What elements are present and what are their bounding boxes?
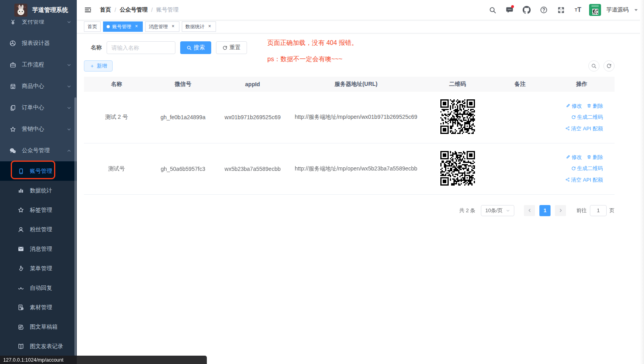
reset-button[interactable]: 重置 [216, 41, 247, 54]
user-name[interactable]: 芋道源码 [606, 6, 628, 14]
fullscreen-icon[interactable] [555, 4, 567, 16]
table-row: 测试号gh_50a6b5957fc3wx5b23ba7a5589ecbbhttp… [84, 143, 615, 194]
close-tab-icon[interactable]: × [207, 24, 212, 29]
user-menu-caret-icon[interactable] [634, 9, 638, 11]
page-1-button[interactable]: 1 [539, 205, 551, 216]
prev-page-button[interactable] [524, 205, 535, 216]
pagination-total: 共 2 条 [459, 207, 475, 214]
submenu-item-2[interactable]: 标签管理 [0, 200, 77, 220]
github-icon[interactable] [521, 4, 533, 16]
star-icon [18, 207, 24, 213]
annotation-text-1: 页面正确加载，没有 404 报错。 [267, 39, 358, 47]
table-header-0: 名称 [84, 77, 149, 92]
user-avatar[interactable] [589, 4, 601, 16]
next-page-button[interactable] [555, 205, 566, 216]
close-tab-icon[interactable]: × [170, 24, 176, 29]
logo[interactable]: 芋道管理系统 [0, 0, 77, 20]
search-button[interactable]: 搜索 [180, 41, 211, 54]
search-icon[interactable] [486, 4, 498, 16]
add-button[interactable]: ＋ 新增 [84, 60, 113, 72]
navbar-actions: TT 芋道源码 [486, 4, 638, 16]
cell-url: http://服务端地址/mp/open/wx5b23ba7a5589ecbb [288, 143, 424, 194]
submenu-item-label: 标签管理 [30, 207, 52, 214]
submenu-item-5[interactable]: 菜单管理 [0, 259, 77, 278]
cell-actions: 修改删除生成二维码清空 API 配额 [549, 92, 615, 143]
page-size-select[interactable]: 10条/页 [481, 205, 514, 216]
sidebar-scrollbar-thumb[interactable] [74, 97, 76, 356]
draft-icon [18, 323, 24, 330]
submenu-item-label: 菜单管理 [30, 265, 52, 272]
table-row: 测试 2 号gh_fe0b1a24899awx01b971b269525c69h… [84, 92, 615, 143]
sidebar-item-label: 报表设计器 [22, 40, 50, 47]
submenu-item-1[interactable]: 数据统计 [0, 181, 77, 200]
chevron-down-icon [67, 127, 71, 132]
clear-api-quota-link[interactable]: 清空 API 配额 [565, 123, 603, 134]
main-content: 名称 搜索 重置 页面正确加载，没有 404 报错。 ps：数据不一定会有噢~~… [77, 33, 644, 364]
sidebar-item-6[interactable]: 公众号管理 [0, 140, 77, 161]
qr-code-image [440, 99, 475, 134]
breadcrumb-item-1[interactable]: 公众号管理 [120, 6, 148, 14]
cell-wechat-id: gh_fe0b1a24899a [149, 92, 217, 143]
delete-link[interactable]: 删除 [587, 101, 603, 111]
table-header-2: appId [217, 77, 288, 92]
clear-api-quota-link[interactable]: 清空 API 配额 [565, 174, 603, 185]
cell-qr-code [424, 143, 491, 194]
sidebar-item-3[interactable]: 商品中心 [0, 76, 77, 97]
toggle-search-icon[interactable] [588, 60, 599, 72]
submenu-item-8[interactable]: 图文草稿箱 [0, 317, 77, 337]
help-icon[interactable] [538, 4, 550, 16]
chevron-down-icon [506, 209, 510, 213]
table-toolbar: ＋ 新增 [84, 60, 615, 72]
cell-app-id: wx01b971b269525c69 [217, 92, 288, 143]
sidebar-item-4[interactable]: 订单中心 [0, 97, 77, 118]
material-icon [18, 304, 24, 311]
tab-label: 消息管理 [149, 22, 168, 31]
submenu-item-0[interactable]: 账号管理 [0, 161, 77, 181]
phone-icon [18, 168, 24, 174]
mail-icon [18, 246, 24, 252]
chevron-down-icon [67, 63, 71, 67]
delete-link[interactable]: 删除 [587, 152, 603, 163]
user-icon [18, 226, 24, 233]
table-header-4: 二维码 [424, 77, 491, 92]
sidebar-item-5[interactable]: 营销中心 [0, 118, 77, 140]
submenu-item-3[interactable]: 粉丝管理 [0, 220, 77, 239]
submenu-item-4[interactable]: 消息管理 [0, 239, 77, 259]
collapse-sidebar-icon[interactable] [84, 6, 93, 14]
tab-3[interactable]: 数据统计× [182, 21, 216, 32]
record-icon [18, 343, 24, 350]
chevron-up-icon [67, 149, 71, 153]
sidebar: 芋道管理系统 支付管理报表设计器工作流程商品中心订单中心营销中心公众号管理账号管… [0, 0, 77, 364]
sidebar-item-2[interactable]: 工作流程 [0, 54, 77, 76]
submenu-item-label: 图文发表记录 [30, 343, 63, 350]
tab-2[interactable]: 消息管理× [145, 21, 179, 32]
pagination: 共 2 条 10条/页 1 前往 页 [84, 205, 615, 216]
submenu-item-6[interactable]: 自动回复 [0, 278, 77, 298]
cell-qr-code [424, 92, 491, 143]
close-tab-icon[interactable]: × [134, 24, 139, 29]
message-icon[interactable] [504, 4, 516, 16]
annotation-text-2: ps：数据不一定会有噢~~~ [267, 55, 342, 64]
sidebar-item-1[interactable]: 报表设计器 [0, 33, 77, 54]
breadcrumb-item-0[interactable]: 首页 [100, 6, 111, 14]
submenu-item-7[interactable]: 素材管理 [0, 298, 77, 317]
edit-link[interactable]: 修改 [566, 152, 582, 163]
page-scrollbar[interactable] [640, 0, 644, 364]
goto-label: 前往 [576, 207, 587, 214]
tab-0[interactable]: 首页 [84, 21, 101, 32]
generate-qr-link[interactable]: 生成二维码 [571, 163, 603, 174]
cell-name: 测试 2 号 [84, 92, 149, 143]
generate-qr-link[interactable]: 生成二维码 [571, 112, 603, 122]
tab-1[interactable]: 账号管理× [103, 21, 143, 32]
submenu-item-9[interactable]: 图文发表记录 [0, 337, 77, 356]
star-icon [9, 126, 16, 133]
table-header-1: 微信号 [149, 77, 217, 92]
name-search-input[interactable] [107, 41, 175, 54]
edit-link[interactable]: 修改 [566, 101, 582, 111]
breadcrumb-separator: / [115, 7, 116, 13]
goto-page-input[interactable] [590, 205, 607, 216]
status-bar: 127.0.0.1:1024/mp/account [0, 356, 207, 364]
wechat-submenu: 账号管理数据统计标签管理粉丝管理消息管理菜单管理自动回复素材管理图文草稿箱图文发… [0, 161, 77, 364]
font-size-icon[interactable]: TT [572, 4, 584, 16]
refresh-table-icon[interactable] [603, 60, 615, 72]
